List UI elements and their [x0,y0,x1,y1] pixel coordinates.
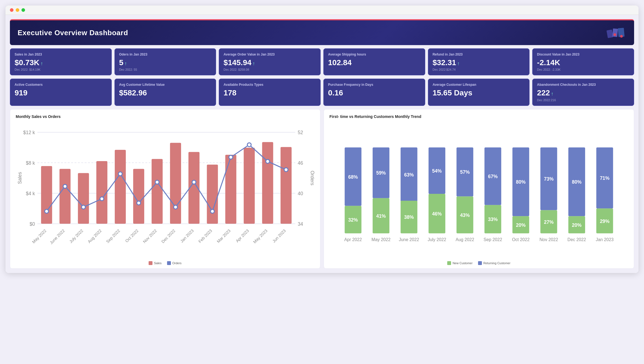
svg-text:20%: 20% [516,222,526,228]
chart2-legend: New Customer Returning Customer [329,261,628,265]
svg-text:32%: 32% [348,217,358,223]
chart1-title: Monthly Sales vs Orders [16,114,315,119]
svg-point-45 [266,159,270,163]
svg-text:27%: 27% [544,219,553,225]
svg-rect-29 [225,155,236,224]
svg-text:Oct 2022: Oct 2022 [512,237,530,242]
svg-text:54%: 54% [432,168,442,173]
svg-text:43%: 43% [460,212,470,218]
chart2-svg: 68%32%Apr 202259%41%May 202263%38%June 2… [329,123,628,257]
svg-rect-26 [170,143,181,224]
svg-point-43 [229,155,233,159]
svg-point-33 [45,209,48,213]
svg-text:46: 46 [298,160,303,166]
svg-rect-32 [280,147,291,224]
svg-text:52: 52 [298,130,303,135]
svg-text:29%: 29% [600,218,610,224]
svg-rect-23 [115,150,126,224]
kpi-card-row1-3: Average Shipping hours 102.84 [323,48,425,75]
legend-sales: Sales [149,261,162,265]
kpi-card-row1-2: Average Order Value in Jan 2023 $145.94↑… [219,48,321,75]
svg-point-37 [118,172,122,176]
svg-text:40: 40 [298,191,303,196]
svg-text:Apr 2022: Apr 2022 [344,237,362,242]
svg-text:Jan 2023: Jan 2023 [596,237,614,242]
kpi-value: 0.16 [328,89,421,97]
kpi-card-row1-5: Discount Value in Jan 2023 -2.14K Dec 20… [532,48,634,75]
svg-rect-31 [262,142,273,224]
close-dot[interactable] [10,8,13,12]
kpi-card-row2-0: Active Customers 919 [10,79,112,106]
svg-rect-28 [207,165,218,224]
svg-text:57%: 57% [460,169,470,175]
svg-text:$0: $0 [30,221,35,227]
kpi-label: Discount Value in Jan 2023 [537,53,629,57]
header-bar: Executive Overview Dashboard [10,19,634,45]
kpi-label: Sales in Jan 2023 [15,53,107,57]
svg-text:July 2022: July 2022 [69,228,84,244]
kpi-sub: Dec 2022:216 [537,98,629,102]
kpi-label: Refund in Jan 2023 [433,53,525,57]
kpi-sub: Dec 2022: -2.33K [537,68,629,71]
chart1-area: $12 k$8 k$4 k$052464034SalesOrdersMay 20… [16,123,315,258]
kpi-card-row2-2: Available Products Types 178 [219,79,321,106]
dashboard: Executive Overview Dashboard Sales in Ja… [6,15,638,273]
kpi-value: 102.84 [328,59,421,67]
svg-point-44 [247,143,251,147]
kpi-sub: Dec 2022: $14.19K [15,68,107,71]
maximize-dot[interactable] [21,8,25,12]
kpi-card-row2-4: Average Customer Lifespan 15.65 Days [428,79,530,106]
svg-text:71%: 71% [600,175,610,181]
orders-swatch [167,261,171,265]
svg-text:Sep 2022: Sep 2022 [484,237,502,242]
svg-rect-25 [152,159,163,224]
window: Executive Overview Dashboard Sales in Ja… [6,5,638,273]
svg-text:38%: 38% [404,214,414,220]
svg-point-36 [100,197,104,201]
svg-text:41%: 41% [376,213,386,219]
svg-text:Jan 2023: Jan 2023 [179,228,195,244]
svg-point-3 [613,33,616,36]
svg-text:Mar 2023: Mar 2023 [216,228,231,244]
svg-point-35 [81,205,85,209]
svg-text:67%: 67% [488,174,498,179]
svg-text:80%: 80% [516,179,526,185]
kpi-value: 222↑ [537,89,629,97]
svg-rect-20 [59,169,70,224]
legend-returning-customer: Returning Customer [478,261,510,265]
legend-orders-label: Orders [172,261,182,265]
svg-text:Nov 2022: Nov 2022 [142,228,158,244]
kpi-label: Active Customers [15,83,107,87]
kpi-sub: Dec 2022: 55 [119,68,212,71]
svg-text:July 2022: July 2022 [428,237,446,242]
kpi-label: Avg Customer Lifetime Value [119,83,212,87]
svg-text:20%: 20% [572,222,582,228]
kpi-sub: Dec 2022: $258.08 [223,68,316,71]
kpi-card-row2-5: Abandonment Checkouts in Jan 2023 222↑ D… [532,79,634,106]
minimize-dot[interactable] [16,8,19,12]
kpi-label: Oders in Jan 2023 [119,53,212,57]
kpi-card-row1-0: Sales in Jan 2023 $0.73K↑ Dec 2022: $14.… [10,48,112,75]
kpi-value: $32.31↑ [433,59,525,67]
svg-rect-22 [96,161,107,224]
kpi-row2: Active Customers 919 Avg Customer Lifeti… [10,79,634,106]
svg-text:80%: 80% [572,179,582,185]
svg-text:May 2022: May 2022 [372,237,391,242]
legend-new-customer: New Customer [447,261,473,265]
kpi-card-row1-1: Oders in Jan 2023 5↑ Dec 2022: 55 [114,48,216,75]
svg-text:June 2022: June 2022 [399,237,419,242]
svg-text:63%: 63% [404,172,414,177]
kpi-card-row2-3: Purchase Frequency in Days 0.16 [323,79,425,106]
svg-text:$8 k: $8 k [26,160,35,166]
svg-rect-21 [78,173,89,224]
kpi-label: Average Customer Lifespan [433,83,525,87]
kpi-value: 919 [15,89,107,97]
svg-point-34 [63,184,67,188]
svg-text:Orders: Orders [310,170,315,185]
svg-text:$12 k: $12 k [23,130,35,135]
svg-text:Sep 2022: Sep 2022 [105,228,121,244]
svg-text:Sales: Sales [17,172,23,184]
kpi-label: Average Order Value in Jan 2023 [223,53,316,57]
svg-text:Aug 2022: Aug 2022 [455,237,474,242]
svg-text:33%: 33% [488,217,498,222]
